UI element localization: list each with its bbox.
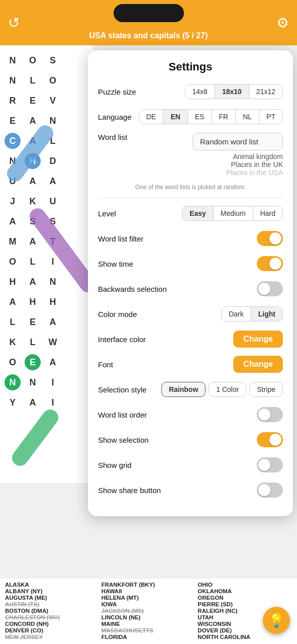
selection-style-row: Selection style Rainbow 1 Color Stripe [98,380,283,398]
show-grid-row: Show grid [98,456,283,474]
backwards-selection-label: Backwards selection [98,285,167,293]
settings-icon[interactable]: ⚙ [276,15,289,31]
style-1color[interactable]: 1 Color [209,382,246,397]
hint-button[interactable]: 💡 [263,607,290,634]
word-list-note: One of the word lists is picked at rando… [98,184,283,191]
interface-color-label: Interface color [98,335,146,344]
lang-es[interactable]: ES [187,110,212,124]
puzzle-size-group: 14x8 18x10 21x12 [185,84,283,99]
hint-icon: 💡 [268,613,284,628]
lang-fr[interactable]: FR [212,110,236,124]
lang-pt[interactable]: PT [259,110,282,124]
word-iowa: IOWA [102,601,196,607]
settings-panel: Settings Puzzle size 14x8 18x10 21x12 La… [88,50,293,516]
word-boston: BOSTON (DMA) [5,608,100,614]
puzzle-size-label: Puzzle size [98,88,136,96]
mode-dark[interactable]: Dark [222,307,251,321]
color-mode-group: Dark Light [221,306,283,321]
word-maine: MAINE [102,621,196,627]
settings-title: Settings [98,60,283,73]
language-group: DE EN ES FR NL PT [139,109,283,124]
show-grid-toggle[interactable] [257,457,283,472]
notch [114,4,184,22]
show-share-button-row: Show share button [98,481,283,499]
word-charleston: CHARLESTON (WV) [5,614,100,620]
lang-nl[interactable]: NL [235,110,259,124]
color-mode-row: Color mode Dark Light [98,305,283,323]
grid-area: NOS NLO REV EAN CAL NHD UAA JKU ASS MAT … [0,45,93,483]
word-massachusetts: MASSACHUSETTS [102,627,196,633]
word-jackson: JACKSON (MS) [102,608,196,614]
size-18x10[interactable]: 18x10 [215,85,249,99]
show-time-toggle[interactable] [257,256,283,271]
level-hard[interactable]: Hard [253,206,282,220]
show-time-row: Show time [98,255,283,273]
word-list-order-label: Word list order [98,411,147,419]
option-places-usa[interactable]: Places in the USA [226,169,283,177]
word-denver: DENVER (CO) [5,627,100,633]
word-ohio: OHIO [197,582,292,588]
style-stripe[interactable]: Stripe [249,382,283,397]
word-list-bottom: ALASKA FRANKFORT (BKY) OHIO ALBANY (NY) … [0,579,297,644]
grid-lines [0,45,93,483]
word-frankfort: FRANKFORT (BKY) [102,582,196,588]
selection-style-label: Selection style [98,385,147,394]
color-mode-label: Color mode [98,310,137,318]
style-rainbow[interactable]: Rainbow [161,382,206,397]
word-list-order-toggle[interactable] [257,407,283,422]
divider-1 [98,198,283,198]
word-florida: FLORIDA [102,634,196,640]
level-medium[interactable]: Medium [213,206,253,220]
show-time-label: Show time [98,260,133,268]
option-places-uk[interactable]: Places in the UK [226,160,283,169]
puzzle-size-row: Puzzle size 14x8 18x10 21x12 [98,83,283,101]
backwards-selection-row: Backwards selection [98,280,283,298]
word-list-row: Word list Random word list Animal kingdo… [98,133,283,177]
show-selection-label: Show selection [98,436,149,444]
font-label: Font [98,360,113,369]
language-label: Language [98,113,132,121]
header-title: USA states and capitals (5 / 27) [0,31,297,40]
level-row: Level Easy Medium Hard [98,204,283,222]
size-21x12[interactable]: 21x12 [249,85,282,99]
word-hawaii: HAWAII [102,588,196,594]
word-list-dropdown[interactable]: Random word list [192,133,283,150]
word-albany: ALBANY (NY) [5,588,100,594]
word-list-options: Animal kingdom Places in the UK Places i… [226,152,283,177]
level-group: Easy Medium Hard [182,206,283,221]
word-list-filter-label: Word list filter [98,234,144,243]
level-easy[interactable]: Easy [182,206,213,220]
mode-light[interactable]: Light [251,307,282,321]
show-share-button-label: Show share button [98,486,161,495]
option-animal-kingdom[interactable]: Animal kingdom [226,152,283,160]
word-list-filter-row: Word list filter [98,229,283,248]
word-list-label: Word list [98,133,127,141]
word-oklahoma: OKLAHOMA [197,588,292,594]
word-list-order-row: Word list order [98,406,283,424]
svg-line-2 [20,418,50,458]
size-14x8[interactable]: 14x8 [185,85,215,99]
word-new-jersey: NEW JERSEY [5,634,100,640]
word-augusta: AUGUSTA (ME) [5,595,100,601]
font-change-button[interactable]: Change [233,356,283,373]
word-concord: CONCORD (NH) [5,621,100,627]
show-share-toggle[interactable] [257,482,283,498]
level-label: Level [98,209,116,218]
svg-line-0 [15,133,45,174]
word-austin: AUSTIN (TX) [5,601,100,607]
word-lincoln: LINCOLN (NE) [102,614,196,620]
word-list-filter-toggle[interactable] [257,231,283,246]
header: ↺ USA states and capitals (5 / 27) ⚙ [0,0,297,45]
svg-line-1 [38,216,88,284]
show-grid-label: Show grid [98,461,132,469]
backwards-selection-toggle[interactable] [257,281,283,296]
word-north-carolina: NORTH CAROLINA [197,634,292,640]
show-selection-toggle[interactable] [257,432,283,447]
refresh-icon[interactable]: ↺ [8,15,20,31]
lang-en[interactable]: EN [163,110,187,124]
lang-de[interactable]: DE [139,110,163,124]
word-alaska: ALASKA [5,582,100,588]
interface-color-button[interactable]: Change [233,331,283,348]
selection-style-group: Rainbow 1 Color Stripe [161,382,283,397]
font-row: Font Change [98,355,283,373]
